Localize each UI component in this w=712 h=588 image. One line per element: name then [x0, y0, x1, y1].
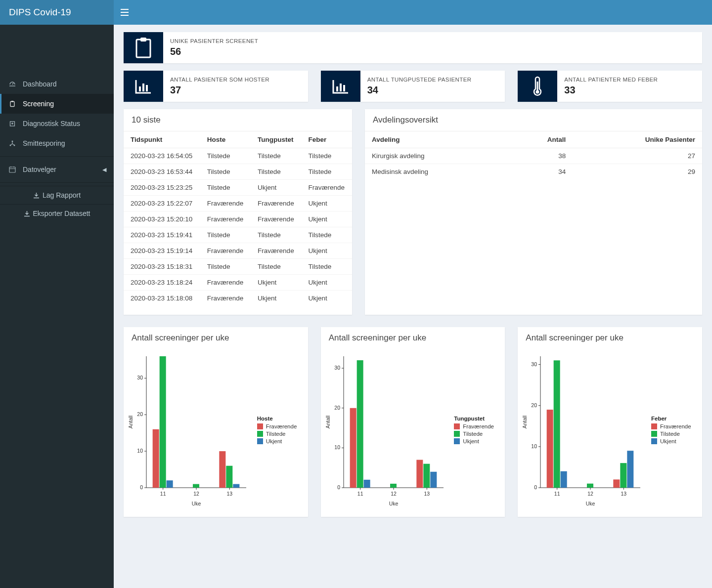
svg-rect-38	[233, 484, 239, 488]
svg-rect-58	[390, 484, 397, 488]
svg-text:13: 13	[226, 491, 232, 497]
svg-rect-61	[416, 460, 423, 488]
legend-item: Ukjent	[454, 438, 501, 444]
col-header: Hoste	[200, 131, 251, 148]
chart-legend: FeberFraværendeTilstedeUkjent	[651, 351, 698, 509]
card-label: ANTALL TUNGPUSTEDE PASIENTER	[367, 77, 472, 83]
legend-title: Tungpustet	[454, 416, 501, 421]
table-row: 2020-03-23 15:22:07FraværendeFraværendeU…	[124, 196, 352, 211]
legend-item: Tilstede	[454, 431, 501, 437]
thermometer-icon	[518, 71, 557, 102]
legend-item: Ukjent	[257, 438, 304, 444]
legend-item: Fraværende	[454, 423, 501, 429]
svg-rect-8	[140, 38, 146, 42]
main-content: UNIKE PASIENTER SCREENET 56 ANTALL PASIE…	[114, 25, 712, 588]
svg-text:0: 0	[534, 484, 537, 490]
chart-title: Antall screeninger per uke	[321, 327, 505, 349]
svg-rect-1	[11, 101, 13, 102]
chart-panel-hoste: Antall screeninger per uke0102030Antall1…	[124, 327, 308, 517]
recent-panel: 10 siste TidspunktHosteTungpustetFeber20…	[124, 109, 352, 315]
svg-rect-54	[356, 360, 363, 488]
svg-text:0: 0	[337, 484, 340, 490]
make-report-button[interactable]: Lag Rapport	[0, 186, 114, 204]
svg-rect-37	[226, 466, 232, 488]
topbar-right	[114, 0, 712, 25]
svg-rect-86	[614, 479, 620, 488]
clipboard-icon	[9, 100, 19, 107]
svg-rect-63	[430, 472, 437, 488]
svg-rect-10	[142, 84, 144, 91]
clipboard-icon	[124, 32, 163, 63]
svg-text:30: 30	[334, 365, 340, 371]
sidebar-item-label: Dashboard	[23, 80, 57, 88]
svg-rect-13	[340, 84, 342, 91]
export-dataset-button[interactable]: Eksporter Datasett	[0, 204, 114, 222]
svg-text:11: 11	[357, 491, 363, 497]
svg-text:Uke: Uke	[586, 501, 595, 506]
col-header: Avdeling	[365, 131, 507, 148]
card-label: ANTALL PASIENTER SOM HOSTER	[170, 77, 269, 83]
svg-text:12: 12	[193, 491, 199, 497]
svg-text:Antall: Antall	[325, 416, 331, 428]
chart-panel-tungpustet: Antall screeninger per uke0102030Antall1…	[321, 327, 505, 517]
col-header: Feber	[302, 131, 352, 148]
sidebar-item-dashboard[interactable]: Dashboard	[0, 74, 114, 94]
hamburger-icon[interactable]	[121, 9, 129, 16]
chart-legend: HosteFraværendeTilstedeUkjent	[257, 351, 304, 509]
svg-rect-79	[554, 360, 560, 488]
sidebar-item-label: Screening	[23, 100, 54, 108]
card-label: ANTALL PATIENTER MED FEBER	[564, 77, 658, 83]
svg-rect-30	[167, 480, 173, 488]
table-row: 2020-03-23 15:23:25TilstedeUkjentFravære…	[124, 180, 352, 196]
svg-rect-83	[587, 484, 593, 488]
sidebar-item-smittesporing[interactable]: Smittesporing	[0, 133, 114, 153]
svg-text:30: 30	[137, 375, 143, 380]
svg-rect-6	[9, 167, 15, 172]
sidebar-datepicker[interactable]: Datovelger ◀	[0, 160, 114, 179]
chart-svg: 0102030Antall111213Uke	[520, 351, 643, 509]
export-dataset-label: Eksporter Datasett	[33, 210, 90, 217]
legend-title: Hoste	[257, 416, 304, 421]
legend-item: Tilstede	[651, 431, 698, 437]
svg-text:12: 12	[588, 491, 594, 497]
chart-svg: 0102030Antall111213Uke	[126, 351, 249, 509]
legend-title: Feber	[651, 416, 698, 421]
legend-item: Tilstede	[257, 431, 304, 437]
table-row: Medisinsk avdeling3429	[365, 164, 702, 180]
svg-rect-28	[153, 429, 159, 488]
table-row: 2020-03-23 15:19:41TilstedeTilstedeTilst…	[124, 227, 352, 243]
download-icon	[24, 210, 30, 217]
svg-point-15	[536, 90, 539, 93]
svg-text:Antall: Antall	[522, 416, 528, 428]
departments-title: Avdelingsoversikt	[365, 109, 702, 131]
svg-rect-0	[10, 102, 14, 107]
chart-panel-feber: Antall screeninger per uke0102030Antall1…	[518, 327, 702, 517]
card-value: 33	[564, 84, 658, 96]
svg-rect-7	[136, 40, 150, 57]
dashboard-icon	[9, 81, 19, 87]
calendar-icon	[9, 166, 19, 173]
hospital-icon	[9, 120, 19, 127]
svg-rect-9	[139, 86, 141, 91]
svg-text:10: 10	[137, 448, 143, 454]
recent-table: TidspunktHosteTungpustetFeber2020-03-23 …	[124, 131, 352, 306]
table-row: Kirurgisk avdeling3827	[365, 148, 702, 164]
svg-text:20: 20	[137, 411, 143, 417]
svg-text:30: 30	[532, 361, 537, 367]
svg-rect-55	[363, 480, 370, 488]
svg-text:13: 13	[621, 491, 627, 497]
svg-rect-53	[350, 408, 356, 488]
svg-rect-88	[627, 451, 634, 488]
departments-table: AvdelingAntallUnike PasienterKirurgisk a…	[365, 131, 702, 179]
sidebar-item-diagnostisk-status[interactable]: Diagnostisk Status	[0, 114, 114, 133]
bar-chart-icon	[321, 71, 360, 102]
svg-rect-12	[336, 86, 338, 91]
sidebar-item-screening[interactable]: Screening	[0, 94, 114, 114]
svg-text:20: 20	[334, 405, 340, 411]
sidebar-item-label: Smittesporing	[23, 139, 65, 147]
brand[interactable]: DIPS Covid-19	[0, 0, 114, 25]
svg-rect-11	[146, 85, 148, 91]
svg-point-5	[12, 141, 13, 142]
sidebar-datepicker-label: Datovelger	[23, 166, 56, 173]
svg-text:11: 11	[554, 491, 560, 497]
